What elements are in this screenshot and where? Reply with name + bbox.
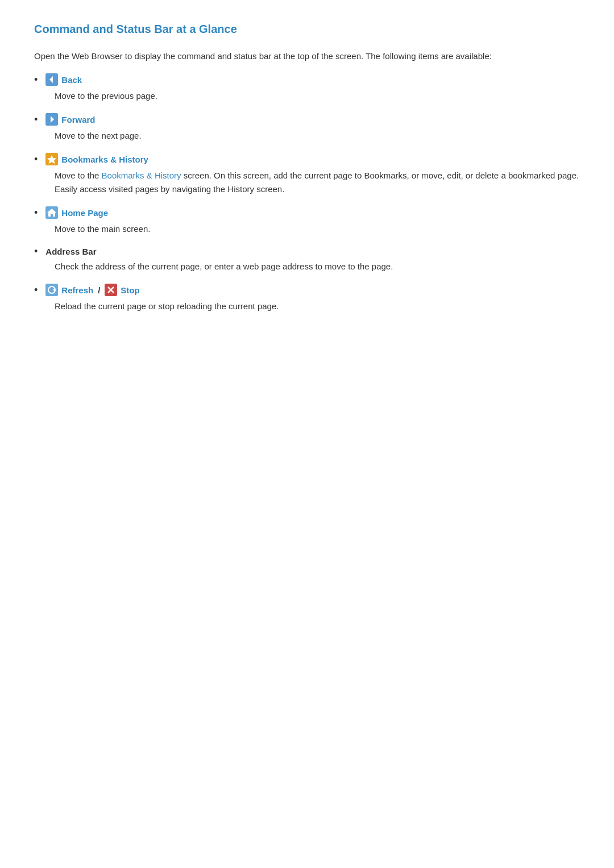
bullet-bookmarks: •	[34, 154, 38, 164]
item-header-refresh-stop: • Refresh / Stop	[34, 284, 580, 296]
svg-rect-8	[45, 284, 58, 296]
back-label: Back	[61, 75, 82, 85]
list-item-home: • Home Page Move to the main screen.	[34, 206, 580, 236]
list-item-refresh-stop: • Refresh / Stop Reload the cu	[34, 284, 580, 313]
page-title: Command and Status Bar at a Glance	[34, 23, 580, 39]
bookmarks-label: Bookmarks & History	[61, 155, 148, 164]
bullet-forward: •	[34, 114, 38, 124]
back-description: Move to the previous page.	[55, 89, 580, 103]
item-header-bookmarks: • Bookmarks & History	[34, 153, 580, 165]
back-icon	[45, 73, 58, 86]
home-description: Move to the main screen.	[55, 222, 580, 236]
stop-label: Stop	[121, 285, 139, 295]
bullet-home: •	[34, 207, 38, 218]
refresh-label: Refresh	[61, 285, 93, 295]
forward-label: Forward	[61, 115, 95, 124]
item-header-home: • Home Page	[34, 206, 580, 219]
slash-separator: /	[98, 285, 100, 295]
list-item-back: • Back Move to the previous page.	[34, 73, 580, 103]
list-item-forward: • Forward Move to the next page.	[34, 113, 580, 143]
list-item-bookmarks: • Bookmarks & History Move to the Bookma…	[34, 153, 580, 196]
stop-icon	[105, 284, 117, 296]
home-label: Home Page	[61, 208, 108, 218]
forward-icon	[45, 113, 58, 126]
item-header-forward: • Forward	[34, 113, 580, 126]
home-icon	[45, 206, 58, 219]
bookmarks-history-link[interactable]: Bookmarks & History	[102, 171, 181, 180]
bookmarks-icon	[45, 153, 58, 165]
bullet-addressbar: •	[34, 246, 38, 256]
features-list: • Back Move to the previous page. • Forw…	[34, 73, 580, 313]
refresh-icon	[45, 284, 58, 296]
item-header-addressbar: • Address Bar	[34, 246, 580, 256]
addressbar-label: Address Bar	[45, 247, 96, 256]
addressbar-description: Check the address of the current page, o…	[55, 260, 580, 273]
item-header-back: • Back	[34, 73, 580, 86]
list-item-addressbar: • Address Bar Check the address of the c…	[34, 246, 580, 273]
intro-paragraph: Open the Web Browser to display the comm…	[34, 49, 580, 63]
forward-description: Move to the next page.	[55, 129, 580, 143]
refresh-stop-description: Reload the current page or stop reloadin…	[55, 300, 580, 313]
bullet-back: •	[34, 74, 38, 85]
bullet-refresh-stop: •	[34, 285, 38, 295]
bookmarks-description: Move to the Bookmarks & History screen. …	[55, 169, 580, 196]
